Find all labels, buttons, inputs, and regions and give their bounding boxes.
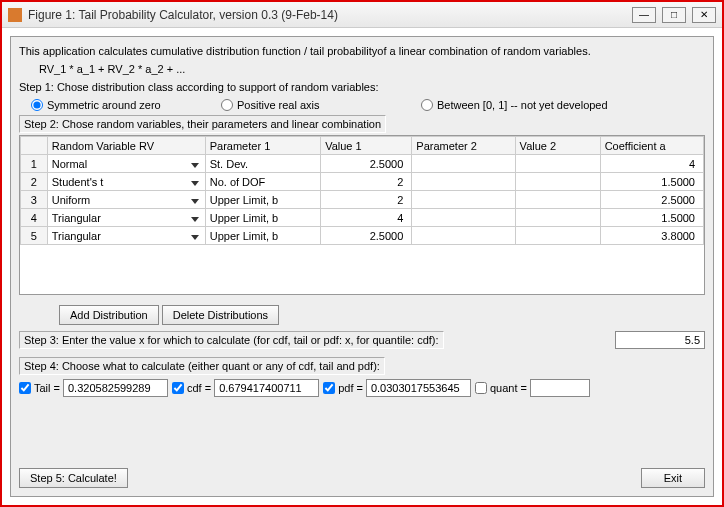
- rv-cell[interactable]: Triangular: [47, 227, 205, 245]
- step1-options: Symmetric around zero Positive real axis…: [19, 97, 705, 115]
- quant-output[interactable]: [530, 379, 590, 397]
- coef-cell[interactable]: 1.5000: [600, 173, 703, 191]
- row-number: 2: [21, 173, 48, 191]
- coef-cell[interactable]: 4: [600, 155, 703, 173]
- param2-cell: [412, 227, 515, 245]
- description-text: This application calculates cumulative d…: [19, 45, 705, 57]
- param2-cell: [412, 191, 515, 209]
- tail-checkbox[interactable]: [19, 382, 31, 394]
- radio-between[interactable]: [421, 99, 433, 111]
- chevron-down-icon: [191, 163, 199, 168]
- value2-cell[interactable]: [515, 173, 600, 191]
- value2-cell[interactable]: [515, 227, 600, 245]
- col-p2: Parameter 2: [412, 137, 515, 155]
- chevron-down-icon: [191, 199, 199, 204]
- table-row: 5TriangularUpper Limit, b2.50003.8000: [21, 227, 704, 245]
- main-panel: This application calculates cumulative d…: [10, 36, 714, 497]
- row-number: 5: [21, 227, 48, 245]
- param2-cell: [412, 173, 515, 191]
- rv-cell[interactable]: Student's t: [47, 173, 205, 191]
- pdf-output[interactable]: [366, 379, 471, 397]
- radio-positive-label: Positive real axis: [237, 99, 320, 111]
- quant-checkbox[interactable]: [475, 382, 487, 394]
- radio-symmetric[interactable]: [31, 99, 43, 111]
- chevron-down-icon: [191, 181, 199, 186]
- coef-cell[interactable]: 1.5000: [600, 209, 703, 227]
- value2-cell[interactable]: [515, 155, 600, 173]
- col-coef: Coefficient a: [600, 137, 703, 155]
- exit-button[interactable]: Exit: [641, 468, 705, 488]
- rv-cell[interactable]: Uniform: [47, 191, 205, 209]
- row-number: 4: [21, 209, 48, 227]
- param1-cell: No. of DOF: [205, 173, 320, 191]
- app-icon: [8, 8, 22, 22]
- titlebar: Figure 1: Tail Probability Calculator, v…: [2, 2, 722, 28]
- value1-cell[interactable]: 2.5000: [321, 227, 412, 245]
- radio-positive[interactable]: [221, 99, 233, 111]
- maximize-button[interactable]: □: [662, 7, 686, 23]
- value1-cell[interactable]: 4: [321, 209, 412, 227]
- step2-label: Step 2: Chose random variables, their pa…: [19, 115, 386, 133]
- cdf-label: cdf =: [187, 382, 211, 394]
- quant-label: quant =: [490, 382, 527, 394]
- step3-label: Step 3: Enter the value x for which to c…: [19, 331, 444, 349]
- x-value-input[interactable]: [615, 331, 705, 349]
- rv-cell[interactable]: Triangular: [47, 209, 205, 227]
- value1-cell[interactable]: 2: [321, 191, 412, 209]
- param1-cell: St. Dev.: [205, 155, 320, 173]
- param2-cell: [412, 209, 515, 227]
- coef-cell[interactable]: 3.8000: [600, 227, 703, 245]
- chevron-down-icon: [191, 235, 199, 240]
- step1-label: Step 1: Chose distribution class accordi…: [19, 81, 705, 93]
- close-button[interactable]: ✕: [692, 7, 716, 23]
- cdf-checkbox[interactable]: [172, 382, 184, 394]
- chevron-down-icon: [191, 217, 199, 222]
- pdf-checkbox[interactable]: [323, 382, 335, 394]
- col-v2: Value 2: [515, 137, 600, 155]
- cdf-output[interactable]: [214, 379, 319, 397]
- step4-label: Step 4: Choose what to calculate (either…: [19, 357, 385, 375]
- distribution-table: Random Variable RV Parameter 1 Value 1 P…: [19, 135, 705, 295]
- formula-text: RV_1 * a_1 + RV_2 * a_2 + ...: [39, 63, 705, 75]
- table-row: 4TriangularUpper Limit, b41.5000: [21, 209, 704, 227]
- value2-cell[interactable]: [515, 209, 600, 227]
- window-title: Figure 1: Tail Probability Calculator, v…: [28, 8, 632, 22]
- value1-cell[interactable]: 2: [321, 173, 412, 191]
- rv-cell[interactable]: Normal: [47, 155, 205, 173]
- minimize-button[interactable]: —: [632, 7, 656, 23]
- param2-cell: [412, 155, 515, 173]
- param1-cell: Upper Limit, b: [205, 209, 320, 227]
- coef-cell[interactable]: 2.5000: [600, 191, 703, 209]
- param1-cell: Upper Limit, b: [205, 227, 320, 245]
- table-row: 2Student's tNo. of DOF21.5000: [21, 173, 704, 191]
- radio-symmetric-label: Symmetric around zero: [47, 99, 161, 111]
- value1-cell[interactable]: 2.5000: [321, 155, 412, 173]
- col-rv: Random Variable RV: [47, 137, 205, 155]
- delete-distributions-button[interactable]: Delete Distributions: [162, 305, 279, 325]
- row-number: 1: [21, 155, 48, 173]
- value2-cell[interactable]: [515, 191, 600, 209]
- col-v1: Value 1: [321, 137, 412, 155]
- tail-output[interactable]: [63, 379, 168, 397]
- tail-label: Tail =: [34, 382, 60, 394]
- param1-cell: Upper Limit, b: [205, 191, 320, 209]
- table-row: 1NormalSt. Dev.2.50004: [21, 155, 704, 173]
- table-row: 3UniformUpper Limit, b22.5000: [21, 191, 704, 209]
- col-p1: Parameter 1: [205, 137, 320, 155]
- calculate-button[interactable]: Step 5: Calculate!: [19, 468, 128, 488]
- add-distribution-button[interactable]: Add Distribution: [59, 305, 159, 325]
- pdf-label: pdf =: [338, 382, 363, 394]
- row-number: 3: [21, 191, 48, 209]
- radio-between-label: Between [0, 1] -- not yet developed: [437, 99, 608, 111]
